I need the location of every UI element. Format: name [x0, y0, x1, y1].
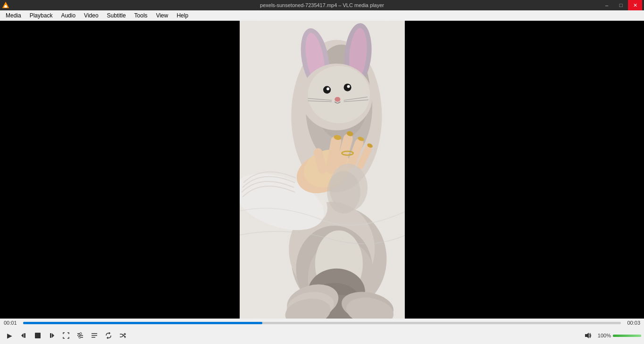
video-area[interactable] [0, 21, 644, 319]
extended-settings-button[interactable] [74, 329, 87, 342]
window-controls: – □ ✕ [600, 0, 642, 10]
menu-subtitle[interactable]: Subtitle [103, 10, 130, 21]
title-bar: pexels-sunsetoned-7235417.mp4 – VLC medi… [0, 0, 644, 10]
play-button[interactable]: ▶ [3, 329, 16, 342]
svg-point-62 [80, 333, 82, 335]
time-total: 00:03 [624, 320, 640, 326]
menu-video[interactable]: Video [80, 10, 102, 21]
seek-progress [23, 322, 262, 324]
svg-point-63 [78, 335, 80, 336]
video-frame [240, 21, 405, 319]
minimize-button[interactable]: – [600, 0, 614, 10]
time-current: 00:01 [4, 320, 20, 326]
seek-bar-container: 00:01 00:03 [0, 319, 644, 327]
svg-marker-57 [52, 333, 54, 338]
transport-bar: ▶ [0, 327, 644, 344]
menu-audio[interactable]: Audio [57, 10, 79, 21]
menu-bar: Media Playback Audio Video Subtitle Tool… [0, 10, 644, 21]
svg-rect-65 [92, 333, 97, 334]
svg-point-29 [326, 88, 329, 90]
svg-point-51 [327, 171, 360, 214]
skip-back-button[interactable] [17, 329, 30, 342]
video-content [240, 21, 405, 319]
volume-bar[interactable] [613, 335, 641, 337]
svg-rect-66 [92, 335, 97, 336]
title-bar-left [2, 1, 9, 9]
volume-fill [613, 335, 641, 337]
fullscreen-button[interactable] [59, 329, 73, 342]
close-button[interactable]: ✕ [628, 0, 642, 10]
svg-marker-68 [585, 333, 589, 338]
menu-help[interactable]: Help [173, 10, 192, 21]
vlc-logo-icon [2, 1, 9, 9]
playlist-button[interactable] [88, 329, 101, 342]
volume-percentage: 100% [597, 333, 611, 338]
skip-forward-button[interactable] [45, 329, 59, 342]
menu-view[interactable]: View [152, 10, 172, 21]
volume-section: 100% [582, 329, 641, 342]
svg-marker-54 [21, 333, 24, 338]
random-button[interactable] [116, 329, 129, 342]
svg-point-30 [347, 85, 350, 88]
svg-point-31 [335, 97, 340, 102]
menu-tools[interactable]: Tools [131, 10, 151, 21]
controls-area: 00:01 00:03 ▶ [0, 319, 644, 344]
loop-button[interactable] [102, 329, 115, 342]
svg-rect-1 [4, 6, 7, 8]
volume-icon-button[interactable] [582, 329, 595, 342]
svg-rect-58 [50, 333, 51, 338]
svg-rect-67 [92, 337, 95, 338]
svg-rect-56 [35, 333, 41, 338]
menu-media[interactable]: Media [2, 10, 25, 21]
svg-rect-2 [5, 5, 7, 6]
menu-playback[interactable]: Playback [26, 10, 57, 21]
seek-bar[interactable] [23, 322, 621, 324]
svg-point-26 [308, 66, 369, 123]
svg-rect-61 [81, 337, 83, 338]
svg-rect-55 [24, 333, 25, 338]
maximize-button[interactable]: □ [614, 0, 628, 10]
window-title: pexels-sunsetoned-7235417.mp4 – VLC medi… [260, 2, 384, 8]
svg-point-64 [79, 336, 81, 338]
svg-rect-59 [77, 333, 80, 334]
stop-button[interactable] [31, 329, 44, 342]
